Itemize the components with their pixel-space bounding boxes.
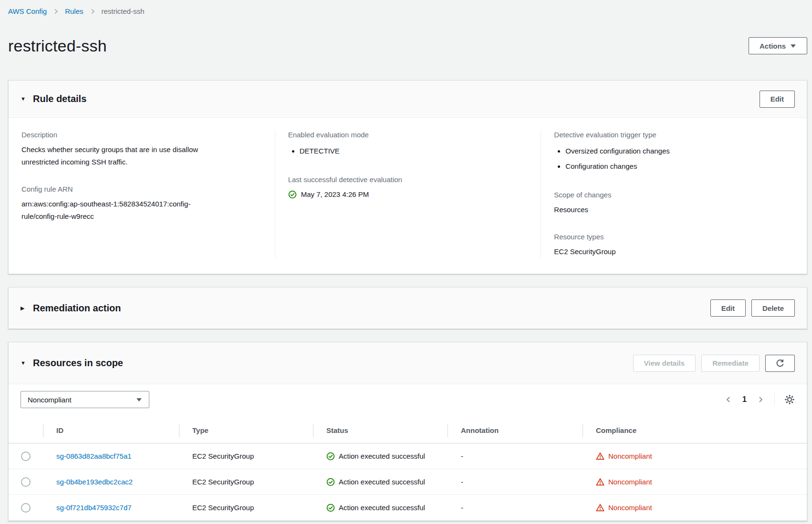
success-check-icon <box>288 190 297 199</box>
caret-down-icon <box>136 398 142 402</box>
caret-down-icon <box>790 44 796 48</box>
rule-details-toggle[interactable]: ▼ Rule details <box>21 93 86 104</box>
row-radio[interactable] <box>21 452 31 461</box>
breadcrumb-rules-link[interactable]: Rules <box>65 7 83 16</box>
remediation-title: Remediation action <box>33 303 121 314</box>
expand-caret-icon: ▶ <box>21 306 28 311</box>
resources-header: ▼ Resources in scope View details Remedi… <box>9 342 807 384</box>
refresh-button[interactable] <box>765 355 795 372</box>
breadcrumb-current: restricted-ssh <box>102 7 145 16</box>
resource-annotation: - <box>448 503 583 512</box>
scope-of-changes-label: Scope of changes <box>554 190 794 200</box>
table-settings-button[interactable] <box>784 394 795 405</box>
table-row: sg-0f721db475932c7d7 EC2 SecurityGroup A… <box>9 495 807 521</box>
warning-triangle-icon <box>596 452 604 461</box>
resource-annotation: - <box>448 452 583 460</box>
resource-id-link[interactable]: sg-0b4be193edbc2cac2 <box>56 478 133 486</box>
resource-id-link[interactable]: sg-0f721db475932c7d7 <box>56 503 132 512</box>
resource-types-label: Resource types <box>554 232 794 242</box>
resources-title: Resources in scope <box>33 358 123 369</box>
column-header-status: Status <box>313 418 448 443</box>
last-evaluation-label: Last successful detective evaluation <box>288 175 528 185</box>
row-radio[interactable] <box>21 503 31 513</box>
last-evaluation-value: May 7, 2023 4:26 PM <box>301 188 369 201</box>
settings-gear-icon <box>784 394 795 405</box>
pager-divider <box>774 393 775 406</box>
resource-status: Action executed successful <box>339 503 425 512</box>
breadcrumb-aws-config-link[interactable]: AWS Config <box>8 7 47 16</box>
config-rule-arn-label: Config rule ARN <box>21 185 262 194</box>
actions-button-label: Actions <box>760 42 786 50</box>
table-row: sg-0863d82aa8bcf75a1 EC2 SecurityGroup A… <box>9 443 807 469</box>
actions-button[interactable]: Actions <box>749 37 807 54</box>
next-page-button[interactable] <box>756 395 765 404</box>
warning-triangle-icon <box>596 478 604 486</box>
page-header: restricted-ssh Actions <box>8 35 807 56</box>
resource-type: EC2 SecurityGroup <box>179 478 313 486</box>
resource-type: EC2 SecurityGroup <box>179 452 313 460</box>
evaluation-mode-item: DETECTIVE <box>300 144 528 159</box>
description-label: Description <box>21 130 262 140</box>
chevron-right-icon <box>756 395 765 404</box>
chevron-right-icon <box>89 8 96 15</box>
success-check-icon <box>326 478 335 486</box>
page: AWS Config Rules restricted-ssh restrict… <box>8 0 807 521</box>
resource-status: Action executed successful <box>339 452 425 460</box>
column-header-type: Type <box>179 418 313 443</box>
remediation-delete-button[interactable]: Delete <box>751 299 795 317</box>
rule-details-column-3: Detective evaluation trigger type Oversi… <box>541 130 807 258</box>
success-check-icon <box>326 452 335 461</box>
column-header-annotation: Annotation <box>448 418 583 443</box>
table-header-row: ID Type Status Annotation Compliance <box>9 418 807 443</box>
remediation-panel: ▶ Remediation action Edit Delete <box>8 287 807 329</box>
resource-type: EC2 SecurityGroup <box>179 503 313 512</box>
resource-compliance: Noncompliant <box>608 478 652 486</box>
column-header-id: ID <box>43 418 179 443</box>
compliance-filter-value: Noncompliant <box>28 396 72 404</box>
current-page[interactable]: 1 <box>742 395 747 404</box>
resource-id-link[interactable]: sg-0863d82aa8bcf75a1 <box>56 452 132 460</box>
resources-toggle[interactable]: ▼ Resources in scope <box>21 358 123 369</box>
remediate-button[interactable]: Remediate <box>701 355 760 372</box>
column-header-select <box>9 418 43 443</box>
chevron-left-icon <box>724 395 733 404</box>
resource-compliance: Noncompliant <box>608 503 652 512</box>
resources-toolbar: Noncompliant 1 <box>9 384 807 418</box>
remediation-edit-button[interactable]: Edit <box>710 299 746 317</box>
remediation-toggle[interactable]: ▶ Remediation action <box>21 303 121 314</box>
rule-details-body: Description Checks whether security grou… <box>9 118 807 274</box>
view-details-button[interactable]: View details <box>633 355 696 372</box>
success-check-icon <box>326 503 335 512</box>
rule-details-edit-button[interactable]: Edit <box>760 91 795 108</box>
rule-details-column-1: Description Checks whether security grou… <box>9 130 275 258</box>
resource-status: Action executed successful <box>339 478 425 486</box>
chevron-right-icon <box>52 8 60 15</box>
scope-of-changes-value: Resources <box>554 204 794 216</box>
column-header-compliance: Compliance <box>583 418 807 443</box>
trigger-type-item: Oversized configuration changes <box>565 144 794 159</box>
resources-in-scope-panel: ▼ Resources in scope View details Remedi… <box>8 342 807 521</box>
rule-details-column-2: Enabled evaluation mode DETECTIVE Last s… <box>275 130 541 258</box>
trigger-type-label: Detective evaluation trigger type <box>554 130 794 140</box>
warning-triangle-icon <box>596 503 604 512</box>
compliance-filter-select[interactable]: Noncompliant <box>21 391 149 408</box>
trigger-type-item: Configuration changes <box>565 159 794 174</box>
previous-page-button[interactable] <box>724 395 733 404</box>
resource-types-value: EC2 SecurityGroup <box>554 246 794 258</box>
collapse-caret-icon: ▼ <box>21 96 28 102</box>
breadcrumb: AWS Config Rules restricted-ssh <box>8 0 807 16</box>
rule-details-title: Rule details <box>33 93 86 104</box>
table-row: sg-0b4be193edbc2cac2 EC2 SecurityGroup A… <box>9 469 807 495</box>
page-title: restricted-ssh <box>8 35 107 56</box>
resources-table: ID Type Status Annotation Compliance sg-… <box>9 418 807 521</box>
resource-annotation: - <box>448 478 583 486</box>
row-radio[interactable] <box>21 477 31 487</box>
description-value: Checks whether security groups that are … <box>21 144 227 168</box>
resource-compliance: Noncompliant <box>608 452 652 460</box>
remediation-header: ▶ Remediation action Edit Delete <box>9 288 807 329</box>
collapse-caret-icon: ▼ <box>21 360 28 366</box>
pagination: 1 <box>724 393 795 406</box>
config-rule-arn-value: arn:aws:config:ap-southeast-1:5828345240… <box>21 198 191 223</box>
evaluation-mode-label: Enabled evaluation mode <box>288 130 528 140</box>
rule-details-header: ▼ Rule details Edit <box>9 81 807 118</box>
